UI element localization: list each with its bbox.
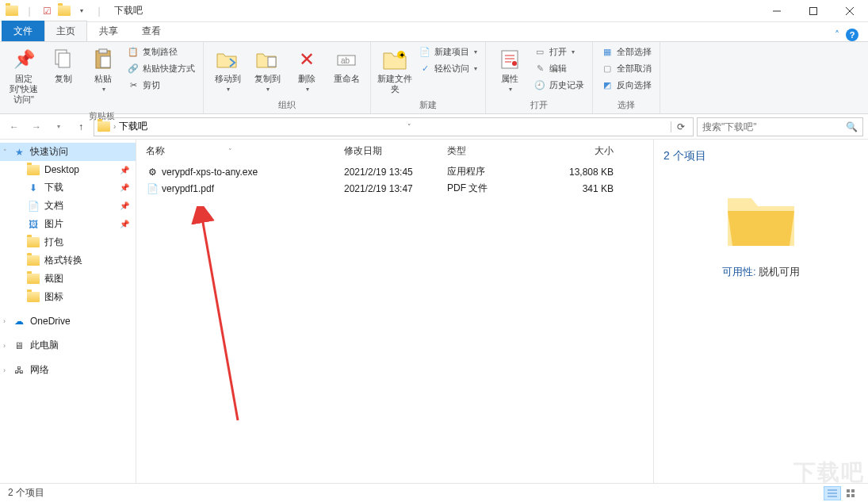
- tab-view[interactable]: 查看: [130, 21, 173, 41]
- folder-icon: [27, 273, 40, 285]
- window-title: 下载吧: [114, 4, 143, 17]
- sidebar-item-screenshot[interactable]: 截图: [0, 270, 136, 288]
- copyto-button[interactable]: 复制到▾: [248, 44, 286, 97]
- sidebar-item-downloads[interactable]: ⬇下载📌: [0, 178, 136, 197]
- select-all-button[interactable]: ▦全部选择: [598, 44, 655, 59]
- search-input[interactable]: [702, 121, 846, 132]
- copy-path-button[interactable]: 📋复制路径: [124, 44, 198, 59]
- tab-file[interactable]: 文件: [2, 21, 44, 41]
- status-count: 2 个项目: [8, 486, 44, 500]
- back-button[interactable]: ←: [5, 117, 24, 136]
- sidebar-item-documents[interactable]: 📄文档📌: [0, 197, 136, 215]
- tab-home[interactable]: 主页: [44, 21, 87, 41]
- paste-icon: [90, 47, 116, 72]
- minimize-button[interactable]: [759, 0, 795, 22]
- invertsel-icon: ◩: [601, 79, 614, 91]
- search-box[interactable]: 🔍: [697, 117, 863, 136]
- pdf-icon: 📄: [146, 182, 159, 195]
- rename-button[interactable]: ab重命名: [327, 44, 365, 87]
- search-icon[interactable]: 🔍: [846, 121, 858, 132]
- pin-icon: 📌: [11, 47, 36, 72]
- edit-icon: ✎: [533, 62, 546, 75]
- svg-text:✦: ✦: [399, 51, 405, 59]
- ribbon: 📌固定到"快速访问" 复制 粘贴▾ 📋复制路径 🔗粘贴快捷方式 ✂剪切 剪贴板 …: [0, 41, 868, 114]
- help-icon[interactable]: ?: [846, 29, 858, 41]
- cut-button[interactable]: ✂剪切: [124, 77, 198, 93]
- sidebar-item-quick-access[interactable]: ˅★快速访问: [0, 143, 136, 161]
- col-date-header[interactable]: 修改日期: [344, 144, 447, 158]
- col-type-header[interactable]: 类型: [447, 144, 542, 158]
- open-icon: ▭: [533, 45, 546, 58]
- sidebar-item-pack[interactable]: 打包: [0, 233, 136, 251]
- shortcut-icon: 🔗: [127, 62, 140, 75]
- delete-button[interactable]: ✕删除▾: [288, 44, 326, 97]
- qat-dropdown-icon[interactable]: ▾: [75, 4, 89, 18]
- file-row[interactable]: 📄verypdf1.pdf 2021/2/19 13:47 PDF 文件 341…: [136, 180, 653, 197]
- breadcrumb-folder[interactable]: 下载吧: [119, 120, 147, 133]
- document-icon: 📄: [27, 200, 40, 213]
- file-row[interactable]: ⚙verypdf-xps-to-any.exe 2021/2/19 13:45 …: [136, 163, 653, 180]
- select-none-button[interactable]: ▢全部取消: [598, 60, 655, 76]
- svg-rect-16: [847, 489, 850, 492]
- maximize-button[interactable]: [795, 0, 832, 22]
- address-dropdown-icon[interactable]: ˅: [400, 123, 419, 131]
- svg-rect-7: [99, 49, 107, 53]
- invert-selection-button[interactable]: ◩反向选择: [598, 77, 655, 93]
- svg-rect-1: [810, 7, 817, 14]
- collapse-ribbon-icon[interactable]: ˄: [835, 29, 839, 40]
- moveto-icon: [215, 47, 240, 72]
- properties-button[interactable]: 属性▾: [491, 44, 529, 97]
- cut-icon: ✂: [127, 79, 140, 91]
- tab-share[interactable]: 共享: [87, 21, 130, 41]
- onedrive-icon: ☁: [13, 315, 25, 328]
- qat-divider: |: [22, 4, 36, 18]
- refresh-button[interactable]: ⟳: [671, 121, 690, 132]
- paste-button[interactable]: 粘贴▾: [84, 44, 122, 97]
- file-name: verypdf1.pdf: [162, 183, 214, 194]
- view-icons-button[interactable]: [843, 486, 860, 500]
- easy-access-button[interactable]: ✓轻松访问▾: [415, 60, 480, 76]
- new-item-button[interactable]: 📄新建项目▾: [415, 44, 480, 59]
- folder-icon: [98, 121, 110, 132]
- new-folder-button[interactable]: ✦新建文件夹: [376, 44, 414, 98]
- rename-icon: ab: [334, 47, 359, 72]
- open-button[interactable]: ▭打开▾: [530, 44, 587, 59]
- paste-shortcut-button[interactable]: 🔗粘贴快捷方式: [124, 60, 198, 76]
- moveto-button[interactable]: 移动到▾: [208, 44, 247, 97]
- address-bar[interactable]: › 下载吧 ˅ ⟳: [94, 117, 694, 136]
- pin-icon: 📌: [120, 220, 129, 228]
- status-bar: 2 个项目: [0, 483, 868, 502]
- sidebar-item-network[interactable]: ›🖧网络: [0, 361, 136, 379]
- pin-to-quick-button[interactable]: 📌固定到"快速访问": [5, 44, 43, 109]
- star-icon: ★: [13, 146, 25, 159]
- copy-button[interactable]: 复制: [44, 44, 82, 87]
- preview-count: 2 个项目: [663, 149, 706, 163]
- col-name-header[interactable]: 名称˅: [146, 144, 344, 158]
- path-icon: 📋: [127, 45, 140, 58]
- sidebar-item-icons[interactable]: 图标: [0, 288, 136, 306]
- col-size-header[interactable]: 大小: [542, 144, 614, 158]
- svg-rect-19: [851, 494, 855, 497]
- sidebar-item-desktop[interactable]: Desktop📌: [0, 161, 136, 178]
- view-details-button[interactable]: [824, 486, 841, 500]
- folder-icon: [5, 4, 19, 18]
- sidebar-item-onedrive[interactable]: ›☁OneDrive: [0, 312, 136, 330]
- svg-text:ab: ab: [341, 56, 350, 65]
- close-button[interactable]: [832, 0, 868, 22]
- svg-rect-18: [847, 494, 850, 497]
- up-button[interactable]: ↑: [71, 117, 90, 136]
- sidebar-item-convert[interactable]: 格式转换: [0, 251, 136, 270]
- qat-check-icon[interactable]: ☑: [40, 4, 54, 18]
- sidebar-item-pictures[interactable]: 🖼图片📌: [0, 215, 136, 233]
- ribbon-tabs: 文件 主页 共享 查看 ˄ ?: [0, 22, 868, 41]
- folder-icon: [27, 163, 40, 176]
- recent-dropdown[interactable]: ▾: [49, 117, 68, 136]
- download-icon: ⬇: [27, 182, 40, 194]
- sidebar-item-thispc[interactable]: ›🖥此电脑: [0, 336, 136, 354]
- history-button[interactable]: 🕘历史记录: [530, 77, 587, 93]
- delete-icon: ✕: [294, 47, 319, 72]
- forward-button[interactable]: →: [27, 117, 46, 136]
- folder-icon: [27, 291, 40, 304]
- edit-button[interactable]: ✎编辑: [530, 60, 587, 76]
- file-type: PDF 文件: [447, 182, 542, 195]
